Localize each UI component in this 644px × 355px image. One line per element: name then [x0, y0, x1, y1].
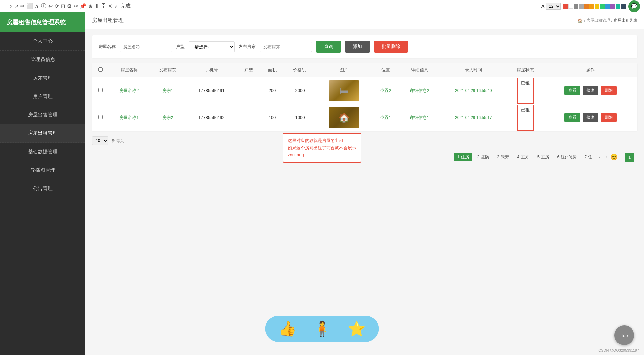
color-yellow2[interactable] — [595, 4, 599, 9]
sidebar-item-personal[interactable]: 个人中心 — [0, 32, 85, 51]
arrow-icon[interactable]: ↗ — [14, 3, 18, 9]
color-white[interactable] — [568, 4, 573, 9]
row2-delete-button[interactable]: 删除 — [601, 113, 617, 122]
row2-price: 1000 — [284, 104, 316, 131]
font-size-select[interactable]: 12 14 16 18 24 — [546, 3, 561, 10]
square-icon[interactable]: ⬜ — [27, 3, 33, 9]
row1-checkbox — [92, 77, 109, 104]
row1-name: 房屋名称2 — [109, 77, 149, 104]
text-icon[interactable]: 𝐀 — [35, 3, 39, 9]
row1-edit-button[interactable]: 修改 — [583, 86, 598, 95]
color-orange[interactable] — [584, 4, 589, 9]
per-page-select[interactable]: 10 20 50 — [92, 136, 108, 145]
color-gray1[interactable] — [574, 4, 578, 9]
color-yellow1[interactable] — [589, 4, 594, 9]
scissors-icon[interactable]: ✂ — [74, 3, 78, 9]
confirm-icon[interactable]: ✓ — [114, 4, 118, 9]
download-icon[interactable]: ⬇ — [95, 3, 99, 9]
sidebar-item-rent[interactable]: 房屋出租管理 — [0, 124, 85, 143]
sidebar-item-admin[interactable]: 管理员信息 — [0, 51, 85, 69]
row2-select[interactable] — [98, 115, 103, 119]
pencil-icon[interactable]: ✏ — [20, 3, 25, 9]
search-name-input[interactable] — [120, 42, 172, 52]
page-7-btn[interactable]: 7 住 — [581, 153, 596, 161]
page-3-btn[interactable]: 3 朱芳 — [494, 153, 513, 161]
select-all-checkbox[interactable] — [98, 67, 103, 72]
done-label[interactable]: 完成 — [120, 3, 131, 10]
row2-edit-button[interactable]: 修改 — [583, 113, 598, 122]
color-dark[interactable] — [621, 4, 626, 9]
rect-icon[interactable]: □ — [4, 3, 7, 9]
top-button[interactable]: Top — [614, 325, 634, 345]
copy-icon[interactable]: 🗄 — [101, 3, 106, 9]
mosaic-icon[interactable]: ⚙ — [67, 3, 72, 9]
pagination-section: 10 20 50 条 每页 这里对应的教就是房屋的出租 如果这个房间出租了前台就… — [92, 136, 637, 145]
wechat-button[interactable]: 💬 — [628, 0, 640, 12]
crop-icon[interactable]: ⊡ — [61, 3, 65, 9]
row1-view-button[interactable]: 查看 — [564, 86, 580, 95]
row1-select[interactable] — [98, 88, 103, 92]
breadcrumb-home-icon[interactable]: 🏠 — [578, 18, 583, 23]
th-status: 房屋状态 — [507, 63, 544, 77]
info-icon[interactable]: ⓘ — [41, 3, 46, 10]
color-blue[interactable] — [605, 4, 610, 9]
row1-landlord: 房东1 — [150, 77, 186, 104]
main-wrapper: 房屋租售信息管理系统 个人中心 管理员信息 房东管理 用户管理 房屋出售管理 房… — [0, 12, 644, 355]
row1-status: 已租 — [517, 78, 534, 104]
search-bar: 房屋名称 户型 -请选择- 一室一厅 两室一厅 三室一厅 发布房东 查询 添加 … — [92, 36, 637, 58]
emoji-btn[interactable]: 😊 — [610, 154, 618, 161]
row1-price: 2000 — [284, 77, 316, 104]
color-teal[interactable] — [616, 4, 620, 9]
add-button[interactable]: 添加 — [345, 41, 370, 53]
th-price: 价格/月 — [284, 63, 316, 77]
color-purple[interactable] — [610, 4, 615, 9]
table-row: 房屋名称1 房东2 17785566492 100 1000 位置1 详细信息1 — [92, 104, 637, 131]
batch-delete-button[interactable]: 批量删除 — [374, 41, 408, 53]
page-4-btn[interactable]: 4 主方 — [514, 153, 533, 161]
row1-actions: 查看 修改 删除 — [544, 77, 637, 104]
search-landlord-input[interactable] — [260, 42, 312, 52]
color-gray2[interactable] — [579, 4, 584, 9]
top-toolbar: □ ○ ↗ ✏ ⬜ 𝐀 ⓘ ↩ ⟳ ⊡ ⚙ ✂ 📌 ⊕ ⬇ 🗄 ✕ ✓ 完成 A… — [0, 0, 644, 12]
page-1-btn[interactable]: 1 住房 — [454, 153, 472, 161]
row1-delete-button[interactable]: 删除 — [601, 86, 617, 95]
sidebar-item-carousel[interactable]: 轮播图管理 — [0, 161, 85, 179]
data-table: 房屋名称 发布房东 手机号 户型 面积 价格/月 图片 位置 详细信息 录入时间… — [92, 63, 637, 131]
th-area: 面积 — [261, 63, 284, 77]
tooltip-box: 这里对应的教就是房屋的出租 如果这个房间出租了前台就不会展示 zhu'fang — [283, 133, 361, 163]
row2-name: 房屋名称1 — [109, 104, 149, 131]
sidebar-item-basic[interactable]: 基础数据管理 — [0, 143, 85, 161]
query-button[interactable]: 查询 — [316, 41, 341, 53]
sidebar-item-notice[interactable]: 公告管理 — [0, 179, 85, 198]
next-page-btn[interactable]: › — [604, 153, 609, 161]
page-5-btn[interactable]: 5 主房 — [534, 153, 553, 161]
search-type-select[interactable]: -请选择- 一室一厅 两室一厅 三室一厅 — [189, 41, 235, 52]
per-page-label: 条 每页 — [111, 138, 124, 144]
th-landlord: 发布房东 — [150, 63, 186, 77]
page-2-btn[interactable]: 2 驻防 — [474, 153, 493, 161]
row2-image — [329, 107, 359, 128]
redo-icon[interactable]: ⟳ — [55, 3, 59, 9]
star-emoji[interactable]: ⭐ — [348, 320, 366, 337]
page-6-btn[interactable]: 6 租(zū)房 — [554, 153, 580, 161]
undo-icon[interactable]: ↩ — [48, 3, 53, 9]
table-header-row: 房屋名称 发布房东 手机号 户型 面积 价格/月 图片 位置 详细信息 录入时间… — [92, 63, 637, 77]
target-icon[interactable]: ⊕ — [88, 3, 93, 9]
th-phone: 手机号 — [186, 63, 237, 77]
color-red[interactable] — [563, 4, 568, 9]
sidebar-item-user[interactable]: 用户管理 — [0, 87, 85, 106]
color-green[interactable] — [600, 4, 605, 9]
row2-checkbox — [92, 104, 109, 131]
sidebar-item-landlord[interactable]: 房东管理 — [0, 69, 85, 87]
person-emoji[interactable]: 🧍 — [313, 320, 331, 337]
breadcrumb: 🏠 / 房屋出租管理 / 房屋出租列表 — [578, 18, 637, 23]
sidebar: 房屋租售信息管理系统 个人中心 管理员信息 房东管理 用户管理 房屋出售管理 房… — [0, 12, 85, 355]
sidebar-item-sale[interactable]: 房屋出售管理 — [0, 106, 85, 124]
prev-page-btn[interactable]: ‹ — [597, 153, 603, 161]
row2-view-button[interactable]: 查看 — [564, 113, 580, 122]
font-label: A — [541, 3, 545, 9]
close-icon[interactable]: ✕ — [108, 3, 112, 9]
like-emoji[interactable]: 👍 — [279, 320, 297, 337]
circle-icon[interactable]: ○ — [9, 3, 12, 9]
pin-icon[interactable]: 📌 — [80, 3, 86, 9]
